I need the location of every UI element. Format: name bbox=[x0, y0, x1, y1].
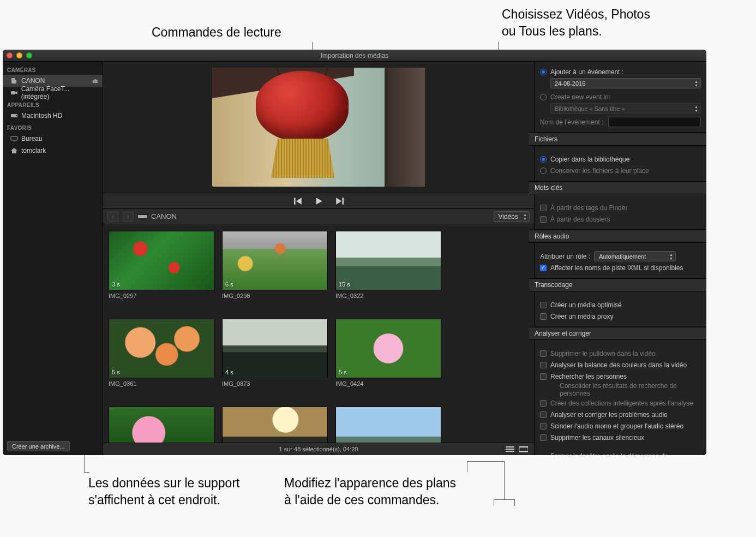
files-section-header: Fichiers bbox=[529, 133, 706, 146]
consolidate-label: Consolider les résultats de recherche de… bbox=[560, 382, 701, 397]
add-to-event-label: Ajouter à un événement : bbox=[550, 68, 623, 76]
camera-icon bbox=[10, 90, 18, 96]
keywords-finder-label: À partir des tags du Finder bbox=[550, 204, 627, 212]
clip-duration: 5 s bbox=[339, 369, 347, 375]
clip-item[interactable]: 22 sIMG_0453 bbox=[109, 407, 214, 443]
clip-grid[interactable]: 3 sIMG_02976 sIMG_029815 sIMG_03225 sIMG… bbox=[103, 224, 534, 443]
previous-clip-button[interactable] bbox=[293, 196, 303, 206]
sidebar-item-label: CANON bbox=[21, 77, 45, 85]
sidebar-item-facetime[interactable]: Caméra FaceT... (intégrée) bbox=[3, 87, 103, 99]
smart-collections-label: Créer des collections intelligentes aprè… bbox=[550, 399, 693, 407]
clip-name: IMG_0322 bbox=[335, 293, 441, 299]
leave-in-place-radio[interactable] bbox=[540, 168, 547, 174]
clip-item[interactable]: 3 sIMG_0297 bbox=[109, 231, 214, 299]
desktop-icon bbox=[10, 135, 18, 142]
optimized-media-check[interactable] bbox=[540, 302, 547, 308]
library-select: Bibliothèque « Sans titre » ▲▼ bbox=[550, 103, 701, 114]
updown-arrows-icon: ▲▼ bbox=[523, 213, 527, 220]
breadcrumb[interactable]: CANON bbox=[151, 212, 177, 220]
proxy-media-check[interactable] bbox=[540, 313, 547, 320]
clip-item[interactable]: 5 sIMG_0361 bbox=[109, 319, 214, 387]
assign-role-select[interactable]: Automatiquement ▲▼ bbox=[594, 251, 676, 261]
nav-back-button[interactable]: ‹ bbox=[107, 212, 118, 222]
create-event-radio[interactable] bbox=[540, 94, 547, 100]
event-select[interactable]: 24-08-2016 ▲▼ bbox=[550, 78, 701, 88]
separate-mono-check[interactable] bbox=[540, 423, 547, 429]
filmstrip-icon bbox=[138, 213, 147, 220]
assign-role-value: Automatiquement bbox=[599, 253, 646, 260]
sidebar-item-macintosh-hd[interactable]: Macintosh HD bbox=[3, 110, 103, 122]
optimized-media-label: Créer un média optimisé bbox=[550, 301, 622, 309]
sidebar: CAMÉRAS CANON ⏏ Caméra FaceT... (intégré… bbox=[3, 62, 103, 455]
clip-thumbnail[interactable]: 6 s bbox=[222, 231, 328, 290]
updown-arrows-icon: ▲▼ bbox=[669, 253, 673, 260]
keywords-finder-check[interactable] bbox=[540, 205, 547, 211]
library-select-value: Bibliothèque « Sans titre » bbox=[555, 105, 625, 112]
clip-thumbnail[interactable]: 5 s bbox=[109, 319, 214, 378]
clip-thumbnail[interactable]: 5 s bbox=[335, 319, 441, 378]
clip-item[interactable]: 15 sIMG_0322 bbox=[335, 231, 441, 299]
eject-icon[interactable]: ⏏ bbox=[92, 77, 98, 85]
sidebar-item-label: Caméra FaceT... (intégrée) bbox=[21, 85, 98, 100]
clip-thumbnail[interactable]: 4 s bbox=[222, 319, 328, 378]
keywords-folder-check[interactable] bbox=[540, 216, 547, 223]
audio-roles-section-header: Rôles audio bbox=[529, 230, 706, 243]
clip-item[interactable]: 4 sIMG_0873 bbox=[222, 319, 328, 387]
event-name-field[interactable] bbox=[608, 117, 701, 127]
svg-rect-5 bbox=[11, 136, 17, 140]
audio-problems-label: Analyser et corriger les problèmes audio bbox=[550, 411, 668, 419]
assign-role-label: Attribuer un rôle : bbox=[540, 253, 590, 260]
preview-canvas[interactable] bbox=[212, 68, 425, 187]
import-options-panel: Ajouter à un événement : 24-08-2016 ▲▼ C… bbox=[534, 62, 706, 455]
window-title: Importation des médias bbox=[3, 52, 706, 59]
event-select-value: 24-08-2016 bbox=[555, 80, 585, 87]
ixml-check[interactable] bbox=[540, 265, 547, 271]
clip-thumbnail[interactable]: 3 s bbox=[109, 231, 214, 290]
analyze-section-header: Analyser et corriger bbox=[529, 327, 706, 340]
remove-silent-label: Supprimer les canaux silencieux bbox=[550, 434, 644, 441]
center-pane: ‹ › CANON Vidéos ▲▼ 3 sIMG_02976 sIMG_02… bbox=[103, 62, 534, 455]
clip-thumbnail[interactable]: 15 s bbox=[335, 231, 441, 290]
copy-to-library-label: Copier dans la bibliothèque bbox=[550, 156, 629, 163]
find-people-label: Rechercher les personnes bbox=[550, 373, 627, 380]
event-name-label: Nom de l'événement : bbox=[540, 118, 604, 126]
clip-duration: 3 s bbox=[112, 281, 120, 288]
clip-item[interactable]: 6 sIMG_0298 bbox=[222, 231, 328, 299]
audio-problems-check[interactable] bbox=[540, 411, 547, 418]
clip-name: IMG_0424 bbox=[335, 380, 441, 387]
add-to-event-radio[interactable] bbox=[540, 69, 547, 75]
clip-item[interactable]: 5 sIMG_0424 bbox=[335, 319, 441, 387]
copy-to-library-radio[interactable] bbox=[540, 156, 547, 163]
play-button[interactable] bbox=[314, 196, 323, 206]
clip-duration: 6 s bbox=[225, 281, 233, 288]
nav-forward-button[interactable]: › bbox=[123, 212, 134, 222]
clip-item[interactable]: 17 sIMG_0730 bbox=[222, 407, 328, 443]
color-balance-check[interactable] bbox=[540, 362, 547, 368]
keywords-section-header: Mots-clés bbox=[529, 181, 706, 194]
remove-pulldown-check[interactable] bbox=[540, 350, 547, 357]
clip-duration: 5 s bbox=[112, 369, 120, 375]
clip-thumbnail[interactable]: 2 s bbox=[335, 407, 441, 443]
hdd-icon bbox=[10, 112, 18, 119]
svg-rect-7 bbox=[294, 198, 296, 205]
sidebar-item-desktop[interactable]: Bureau bbox=[3, 133, 103, 145]
annotation-view-controls: Modifiez l'apparence des plans à l'aide … bbox=[284, 475, 456, 509]
sidebar-item-label: Bureau bbox=[21, 135, 43, 142]
remove-silent-check[interactable] bbox=[540, 434, 547, 441]
clip-name: IMG_0873 bbox=[222, 380, 328, 387]
clip-item[interactable]: 2 sIMG_0829 bbox=[335, 407, 441, 443]
create-event-label: Create new event in: bbox=[550, 93, 610, 101]
create-archive-button[interactable]: Créer une archive... bbox=[7, 441, 70, 451]
clip-filter-select[interactable]: Vidéos ▲▼ bbox=[494, 211, 530, 222]
next-clip-button[interactable] bbox=[334, 196, 344, 206]
clip-thumbnail[interactable]: 17 s bbox=[222, 407, 328, 443]
smart-collections-check[interactable] bbox=[540, 400, 547, 407]
sidebar-item-home[interactable]: tomclark bbox=[3, 145, 103, 157]
close-after-label: Fermer la fenêtre après le démarrage de … bbox=[550, 452, 701, 455]
sd-card-icon bbox=[10, 77, 18, 84]
find-people-check[interactable] bbox=[540, 373, 547, 380]
sidebar-section-header: FAVORIS bbox=[3, 122, 103, 133]
clip-thumbnail[interactable]: 22 s bbox=[109, 407, 214, 443]
sidebar-item-label: Macintosh HD bbox=[21, 112, 62, 120]
title-bar: Importation des médias bbox=[3, 50, 706, 62]
